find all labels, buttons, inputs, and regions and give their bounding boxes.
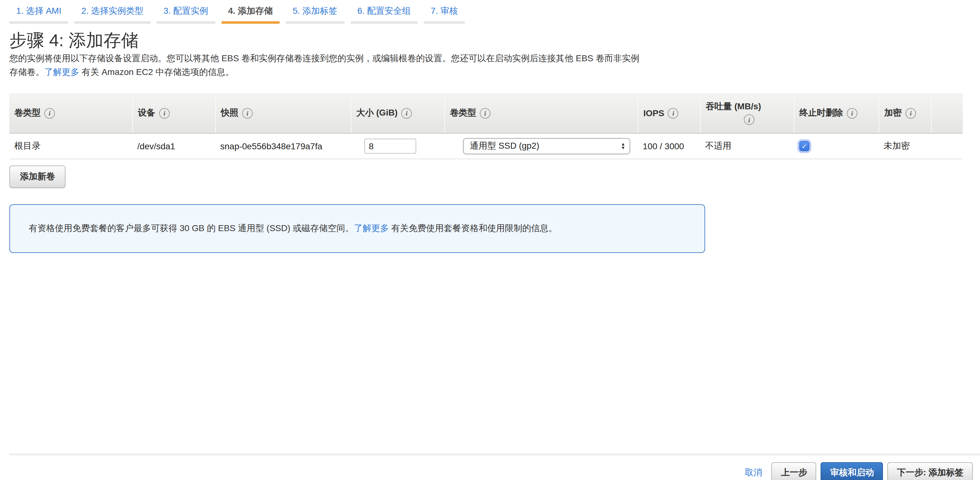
page-description-line2-prefix: 存储卷。 — [10, 67, 44, 77]
col-header-label: 吞吐量 (MB/s) — [706, 101, 761, 112]
wizard-tab-bar: 1. 选择 AMI 2. 选择实例类型 3. 配置实例 4. 添加存储 5. 添… — [10, 3, 980, 24]
col-header-label: IOPS — [643, 108, 664, 118]
review-and-launch-button[interactable]: 审核和启动 — [821, 462, 883, 480]
col-header-volume-type: 卷类型 i — [444, 93, 638, 133]
col-header-label: 终止时删除 — [799, 107, 843, 119]
tab-underline — [286, 21, 344, 24]
cell-volume: 根目录 — [10, 134, 132, 159]
page-description-line1: 您的实例将使用以下存储设备设置启动。您可以将其他 EBS 卷和实例存储卷连接到您… — [10, 51, 980, 65]
tab-underline — [157, 21, 215, 24]
tab-label: 5. 添加标签 — [286, 3, 344, 21]
checkmark-icon: ✓ — [802, 142, 807, 150]
cell-device: /dev/sda1 — [132, 134, 215, 159]
page-description-line2-suffix: 有关 Amazon EC2 中存储选项的信息。 — [79, 67, 234, 77]
info-icon[interactable]: i — [242, 108, 253, 118]
size-input[interactable] — [364, 139, 416, 154]
free-tier-notice-after: 有关免费使用套餐资格和使用限制的信息。 — [389, 223, 557, 233]
col-header-label: 卷类型 — [14, 107, 41, 119]
cell-snapshot: snap-0e556b348e179a7fa — [215, 134, 351, 159]
col-header-device: 设备 i — [132, 93, 215, 133]
page-title: 步骤 4: 添加存储 — [10, 31, 980, 50]
tab-5-add-tags[interactable]: 5. 添加标签 — [286, 3, 344, 24]
cell-delete-on-termination: ✓ — [794, 134, 878, 159]
info-icon[interactable]: i — [159, 108, 170, 118]
col-header-snapshot: 快照 i — [215, 93, 351, 133]
col-header-throughput: 吞吐量 (MB/s) i — [700, 93, 794, 133]
page-description-line2: 存储卷。了解更多 有关 Amazon EC2 中存储选项的信息。 — [10, 65, 980, 79]
col-header-label: 快照 — [221, 107, 239, 119]
add-new-volume-button[interactable]: 添加新卷 — [10, 166, 65, 188]
info-icon[interactable]: i — [401, 108, 412, 118]
tab-label: 4. 添加存储 — [221, 3, 280, 21]
volume-type-select[interactable]: 通用型 SSD (gp2) ▲ ▼ — [463, 138, 630, 154]
col-header-label: 加密 — [884, 107, 902, 119]
col-header-size-gib: 大小 (GiB) i — [351, 93, 444, 133]
cell-throughput: 不适用 — [700, 134, 794, 159]
tab-label: 6. 配置安全组 — [350, 3, 417, 21]
tab-label: 1. 选择 AMI — [10, 3, 68, 21]
cell-encryption: 未加密 — [878, 134, 931, 159]
col-header-label: 设备 — [138, 107, 155, 119]
tab-4-add-storage[interactable]: 4. 添加存储 — [221, 3, 280, 24]
free-tier-notice-before: 有资格使用免费套餐的客户最多可获得 30 GB 的 EBS 通用型 (SSD) … — [29, 223, 354, 233]
footer-actions: 取消 上一步 审核和启动 下一步: 添加标签 — [0, 462, 980, 480]
info-icon[interactable]: i — [668, 108, 679, 118]
free-tier-notice: 有资格使用免费套餐的客户最多可获得 30 GB 的 EBS 通用型 (SSD) … — [10, 204, 705, 253]
tab-7-review[interactable]: 7. 审核 — [424, 3, 465, 24]
cell-iops: 100 / 3000 — [638, 134, 700, 159]
tab-label: 2. 选择实例类型 — [75, 3, 150, 21]
col-header-iops: IOPS i — [638, 93, 700, 133]
tab-label: 3. 配置实例 — [157, 3, 215, 21]
cell-size — [351, 134, 444, 159]
tab-3-configure-instance[interactable]: 3. 配置实例 — [157, 3, 215, 24]
tab-underline — [424, 21, 465, 24]
learn-more-storage-link[interactable]: 了解更多 — [44, 67, 79, 77]
arrow-down-icon: ▼ — [621, 146, 625, 150]
tab-6-configure-security-group[interactable]: 6. 配置安全组 — [350, 3, 417, 24]
col-header-filler — [931, 93, 963, 133]
cancel-link[interactable]: 取消 — [745, 467, 762, 478]
col-header-label: 大小 (GiB) — [356, 107, 398, 119]
page-description: 您的实例将使用以下存储设备设置启动。您可以将其他 EBS 卷和实例存储卷连接到您… — [10, 51, 980, 79]
wizard-footer: 取消 上一步 审核和启动 下一步: 添加标签 — [0, 453, 980, 480]
col-header-delete-on-termination: 终止时删除 i — [794, 93, 878, 133]
volume-type-selected-option: 通用型 SSD (gp2) — [470, 140, 539, 152]
tab-label: 7. 审核 — [424, 3, 465, 21]
add-storage-step-page: 1. 选择 AMI 2. 选择实例类型 3. 配置实例 4. 添加存储 5. 添… — [0, 3, 980, 480]
info-icon[interactable]: i — [847, 108, 858, 118]
col-header-volume: 卷类型 i — [10, 93, 132, 133]
tab-1-choose-ami[interactable]: 1. 选择 AMI — [10, 3, 68, 24]
tab-underline-active — [221, 21, 280, 24]
tab-2-choose-instance-type[interactable]: 2. 选择实例类型 — [75, 3, 150, 24]
cell-volume-type: 通用型 SSD (gp2) ▲ ▼ — [444, 134, 638, 159]
table-row-root-volume: 根目录 /dev/sda1 snap-0e556b348e179a7fa 通用型… — [10, 134, 963, 159]
tab-underline — [75, 21, 150, 24]
storage-table: 卷类型 i 设备 i 快照 i 大小 (GiB) i 卷类型 i IOPS i — [10, 93, 963, 159]
storage-table-header: 卷类型 i 设备 i 快照 i 大小 (GiB) i 卷类型 i IOPS i — [10, 93, 963, 134]
select-stepper-icon: ▲ ▼ — [621, 142, 625, 150]
footer-divider — [10, 453, 980, 455]
tab-underline — [10, 21, 68, 24]
free-tier-notice-text: 有资格使用免费套餐的客户最多可获得 30 GB 的 EBS 通用型 (SSD) … — [29, 223, 557, 234]
cell-filler — [931, 134, 963, 159]
info-icon[interactable]: i — [44, 108, 55, 118]
col-header-encryption: 加密 i — [878, 93, 931, 133]
info-icon[interactable]: i — [480, 108, 490, 118]
info-icon[interactable]: i — [905, 108, 916, 118]
col-header-label: 卷类型 — [450, 107, 476, 119]
delete-on-termination-checkbox[interactable]: ✓ — [799, 141, 809, 151]
info-icon[interactable]: i — [744, 115, 754, 125]
tab-underline — [350, 21, 417, 24]
learn-more-free-tier-link[interactable]: 了解更多 — [354, 223, 389, 233]
next-step-add-tags-button[interactable]: 下一步: 添加标签 — [888, 462, 973, 480]
previous-step-button[interactable]: 上一步 — [772, 462, 816, 480]
